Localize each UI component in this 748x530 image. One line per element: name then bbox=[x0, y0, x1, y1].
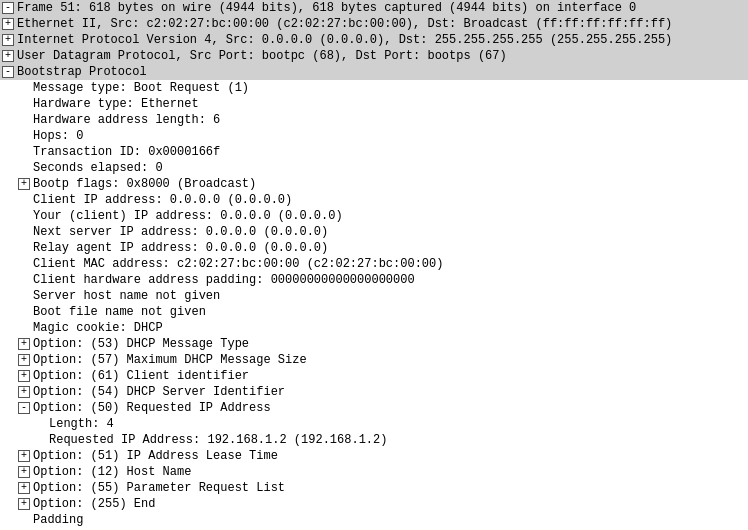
tree-row-opt50[interactable]: -Option: (50) Requested IP Address bbox=[0, 400, 748, 416]
tree-row-opt53[interactable]: +Option: (53) DHCP Message Type bbox=[0, 336, 748, 352]
expand-icon[interactable]: + bbox=[18, 450, 30, 462]
tree-row-ethernet[interactable]: +Ethernet II, Src: c2:02:27:bc:00:00 (c2… bbox=[0, 16, 748, 32]
expand-icon[interactable]: + bbox=[2, 34, 14, 46]
row-label-opt12: Option: (12) Host Name bbox=[33, 465, 191, 479]
tree-row-next-server-ip[interactable]: Next server IP address: 0.0.0.0 (0.0.0.0… bbox=[0, 224, 748, 240]
row-label-ip: Internet Protocol Version 4, Src: 0.0.0.… bbox=[17, 33, 672, 47]
tree-row-opt61[interactable]: +Option: (61) Client identifier bbox=[0, 368, 748, 384]
tree-row-opt51[interactable]: +Option: (51) IP Address Lease Time bbox=[0, 448, 748, 464]
row-label-opt50-addr: Requested IP Address: 192.168.1.2 (192.1… bbox=[49, 433, 387, 447]
row-label-client-ip: Client IP address: 0.0.0.0 (0.0.0.0) bbox=[33, 193, 292, 207]
row-label-padding: Padding bbox=[33, 513, 83, 527]
tree-row-opt57[interactable]: +Option: (57) Maximum DHCP Message Size bbox=[0, 352, 748, 368]
tree-row-padding[interactable]: Padding bbox=[0, 512, 748, 528]
row-label-magic-cookie: Magic cookie: DHCP bbox=[33, 321, 163, 335]
tree-row-client-hw-padding[interactable]: Client hardware address padding: 0000000… bbox=[0, 272, 748, 288]
row-label-hw-type: Hardware type: Ethernet bbox=[33, 97, 199, 111]
tree-row-magic-cookie[interactable]: Magic cookie: DHCP bbox=[0, 320, 748, 336]
collapse-icon[interactable]: - bbox=[2, 2, 14, 14]
row-label-opt54: Option: (54) DHCP Server Identifier bbox=[33, 385, 285, 399]
tree-row-opt50-length[interactable]: Length: 4 bbox=[0, 416, 748, 432]
tree-row-bootp-flags[interactable]: +Bootp flags: 0x8000 (Broadcast) bbox=[0, 176, 748, 192]
expand-icon[interactable]: + bbox=[18, 482, 30, 494]
tree-row-hw-addr-len[interactable]: Hardware address length: 6 bbox=[0, 112, 748, 128]
tree-row-opt54[interactable]: +Option: (54) DHCP Server Identifier bbox=[0, 384, 748, 400]
tree-row-your-ip[interactable]: Your (client) IP address: 0.0.0.0 (0.0.0… bbox=[0, 208, 748, 224]
expand-icon[interactable]: + bbox=[18, 178, 30, 190]
collapse-icon[interactable]: - bbox=[2, 66, 14, 78]
expand-icon[interactable]: + bbox=[18, 386, 30, 398]
row-label-opt55: Option: (55) Parameter Request List bbox=[33, 481, 285, 495]
row-label-opt61: Option: (61) Client identifier bbox=[33, 369, 249, 383]
row-label-opt255: Option: (255) End bbox=[33, 497, 155, 511]
row-label-hops: Hops: 0 bbox=[33, 129, 83, 143]
row-label-transaction-id: Transaction ID: 0x0000166f bbox=[33, 145, 220, 159]
row-label-udp: User Datagram Protocol, Src Port: bootpc… bbox=[17, 49, 507, 63]
row-label-server-hostname: Server host name not given bbox=[33, 289, 220, 303]
row-label-opt50: Option: (50) Requested IP Address bbox=[33, 401, 271, 415]
expand-icon[interactable]: + bbox=[18, 466, 30, 478]
row-label-bootstrap: Bootstrap Protocol bbox=[17, 65, 147, 79]
row-label-boot-file: Boot file name not given bbox=[33, 305, 206, 319]
expand-icon[interactable]: + bbox=[2, 18, 14, 30]
tree-row-udp[interactable]: +User Datagram Protocol, Src Port: bootp… bbox=[0, 48, 748, 64]
tree-row-client-ip[interactable]: Client IP address: 0.0.0.0 (0.0.0.0) bbox=[0, 192, 748, 208]
expand-icon[interactable]: + bbox=[18, 370, 30, 382]
expand-icon[interactable]: + bbox=[18, 354, 30, 366]
tree-row-frame[interactable]: -Frame 51: 618 bytes on wire (4944 bits)… bbox=[0, 0, 748, 16]
collapse-icon[interactable]: - bbox=[18, 402, 30, 414]
tree-row-opt55[interactable]: +Option: (55) Parameter Request List bbox=[0, 480, 748, 496]
tree-row-ip[interactable]: +Internet Protocol Version 4, Src: 0.0.0… bbox=[0, 32, 748, 48]
row-label-msg-type: Message type: Boot Request (1) bbox=[33, 81, 249, 95]
tree-row-seconds[interactable]: Seconds elapsed: 0 bbox=[0, 160, 748, 176]
row-label-opt51: Option: (51) IP Address Lease Time bbox=[33, 449, 278, 463]
packet-tree: -Frame 51: 618 bytes on wire (4944 bits)… bbox=[0, 0, 748, 530]
tree-row-client-mac[interactable]: Client MAC address: c2:02:27:bc:00:00 (c… bbox=[0, 256, 748, 272]
row-label-client-hw-padding: Client hardware address padding: 0000000… bbox=[33, 273, 415, 287]
row-label-ethernet: Ethernet II, Src: c2:02:27:bc:00:00 (c2:… bbox=[17, 17, 672, 31]
expand-icon[interactable]: + bbox=[18, 338, 30, 350]
row-label-opt57: Option: (57) Maximum DHCP Message Size bbox=[33, 353, 307, 367]
row-label-opt53: Option: (53) DHCP Message Type bbox=[33, 337, 249, 351]
row-label-bootp-flags: Bootp flags: 0x8000 (Broadcast) bbox=[33, 177, 256, 191]
row-label-frame: Frame 51: 618 bytes on wire (4944 bits),… bbox=[17, 1, 636, 15]
tree-row-boot-file[interactable]: Boot file name not given bbox=[0, 304, 748, 320]
tree-row-opt12[interactable]: +Option: (12) Host Name bbox=[0, 464, 748, 480]
expand-icon[interactable]: + bbox=[2, 50, 14, 62]
tree-row-msg-type[interactable]: Message type: Boot Request (1) bbox=[0, 80, 748, 96]
tree-row-opt50-addr[interactable]: Requested IP Address: 192.168.1.2 (192.1… bbox=[0, 432, 748, 448]
tree-row-hw-type[interactable]: Hardware type: Ethernet bbox=[0, 96, 748, 112]
row-label-your-ip: Your (client) IP address: 0.0.0.0 (0.0.0… bbox=[33, 209, 343, 223]
tree-row-transaction-id[interactable]: Transaction ID: 0x0000166f bbox=[0, 144, 748, 160]
expand-icon[interactable]: + bbox=[18, 498, 30, 510]
row-label-client-mac: Client MAC address: c2:02:27:bc:00:00 (c… bbox=[33, 257, 443, 271]
tree-row-hops[interactable]: Hops: 0 bbox=[0, 128, 748, 144]
row-label-seconds: Seconds elapsed: 0 bbox=[33, 161, 163, 175]
row-label-hw-addr-len: Hardware address length: 6 bbox=[33, 113, 220, 127]
row-label-opt50-length: Length: 4 bbox=[49, 417, 114, 431]
row-label-next-server-ip: Next server IP address: 0.0.0.0 (0.0.0.0… bbox=[33, 225, 328, 239]
tree-row-opt255[interactable]: +Option: (255) End bbox=[0, 496, 748, 512]
tree-row-relay-ip[interactable]: Relay agent IP address: 0.0.0.0 (0.0.0.0… bbox=[0, 240, 748, 256]
tree-row-server-hostname[interactable]: Server host name not given bbox=[0, 288, 748, 304]
row-label-relay-ip: Relay agent IP address: 0.0.0.0 (0.0.0.0… bbox=[33, 241, 328, 255]
tree-row-bootstrap[interactable]: -Bootstrap Protocol bbox=[0, 64, 748, 80]
